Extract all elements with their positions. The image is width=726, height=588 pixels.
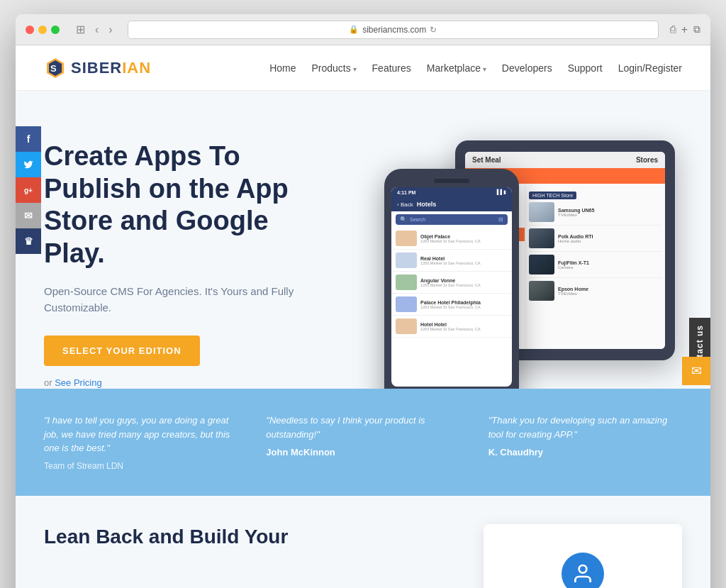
twitter-button[interactable] [16,152,41,177]
product-cat-4: TV&Video [558,292,661,296]
add-tab-icon[interactable]: + [681,23,688,36]
nav-login[interactable]: Login/Register [618,62,682,74]
bottom-content: Lean Back and Build Your [44,524,455,589]
product-img-tv [529,281,554,301]
bottom-icon [562,553,604,589]
product-img-speaker [529,228,554,248]
phone-status-bar: 4:11 PM ▐▐ ▮ [391,187,512,197]
filter-icon: ⊟ [498,216,503,223]
share-icon[interactable]: ⎙ [670,23,676,36]
nav-products-link[interactable]: Products [312,62,351,74]
product-name-2: Polk Audio RTI [558,234,661,239]
product-name-4: Epson Home [558,287,661,292]
testimonial-author-1: Team of Stream LDN [44,461,238,471]
nav-features[interactable]: Features [372,62,411,74]
phone-item-name-3: Angular Vonne [420,278,508,283]
tablet-product-1: Samsung UN65 TV&Video [529,202,661,226]
nav-developers[interactable]: Developers [502,62,552,74]
testimonial-1: "I have to tell you guys, you are doing … [44,414,238,471]
crown-button[interactable]: ♛ [16,228,41,254]
phone-back-button[interactable]: ‹ Back [397,201,413,208]
phone-item-addr-4: 1283 Market St San Francisco, CA [420,305,508,309]
select-edition-button[interactable]: SELECT YOUR EDITION [44,335,200,366]
product-cat-2: Home audio [558,239,661,243]
svg-text:S: S [50,63,57,74]
product-info-4: Epson Home TV&Video [558,287,661,296]
back-button[interactable]: ‹ [91,21,102,38]
phone-search-bar[interactable]: 🔍 Search ⊟ [396,214,508,225]
googleplus-button[interactable]: g+ [16,177,41,203]
phone-item-info-2: Real Hotel 1283 Market St San Francisco,… [420,256,508,265]
phone-battery: ▐▐ ▮ [495,189,506,195]
copy-icon[interactable]: ⧉ [693,23,700,36]
mail-button[interactable]: ✉ [682,357,710,385]
nav-marketplace-link[interactable]: Marketplace [427,62,481,74]
phone-screen: 4:11 PM ▐▐ ▮ ‹ Back Hotels 🔍 Search ⊟ [391,187,512,387]
phone-item-img-1 [396,231,417,246]
browser-window: ⊞ ‹ › 🔒 siberiancms.com ↻ ⎙ + ⧉ S [16,14,710,588]
tablet-title: Set Meal [472,156,501,164]
traffic-lights [26,26,60,34]
phone-item-img-3 [396,274,417,290]
nav-home-link[interactable]: Home [269,62,296,74]
tablet-stores: Stores [636,156,658,164]
nav-products[interactable]: Products [312,62,357,74]
maximize-button[interactable] [51,26,60,34]
phone-item-addr-3: 1283 Market St San Francisco, CA [420,283,508,287]
phone-notch [434,179,469,183]
phone-title: Hotels [417,201,437,208]
website: S SIBERIAN Home Products Features Market… [16,45,710,588]
tablet-header: Set Meal Stores [465,152,665,168]
phone-list-item-4[interactable]: Palace Hotel Philadelphia 1283 Market St… [391,294,512,316]
testimonial-3: "Thank you for developing such an amazin… [488,414,682,471]
browser-controls: ⊞ ‹ › [72,21,116,38]
nav-home[interactable]: Home [269,62,296,74]
product-info-2: Polk Audio RTI Home audio [558,234,661,243]
minimize-button[interactable] [38,26,47,34]
product-img-camera [529,255,554,274]
phone-item-name-2: Real Hotel [420,256,508,261]
testimonial-author-3: K. Chaudhry [488,447,682,457]
phone-list-item-2[interactable]: Real Hotel 1283 Market St San Francisco,… [391,250,512,272]
phone-list-item-5[interactable]: Hotel Hotel 1283 Market St San Francisco… [391,316,512,338]
nav-developers-link[interactable]: Developers [502,62,552,74]
phone-time: 4:11 PM [397,190,415,195]
testimonial-text-3: "Thank you for developing such an amazin… [488,414,682,441]
nav-links: Home Products Features Marketplace Devel… [269,62,682,74]
phone-item-info-1: Objet Palace 1283 Market St San Francisc… [420,234,508,243]
tablet-product-2: Polk Audio RTI Home audio [529,228,661,252]
nav-support[interactable]: Support [568,62,603,74]
phone-item-name-5: Hotel Hotel [420,322,508,327]
forward-button[interactable]: › [105,21,116,38]
logo-ian: IAN [122,59,151,77]
nav-support-link[interactable]: Support [568,62,603,74]
phone-item-info-5: Hotel Hotel 1283 Market St San Francisco… [420,322,508,331]
bottom-visual [484,524,682,589]
nav-marketplace[interactable]: Marketplace [427,62,486,74]
hero-devices: Set Meal Stores Commerce Catalo [377,126,682,389]
lock-icon: 🔒 [349,25,359,34]
phone-item-info-3: Angular Vonne 1283 Market St San Francis… [420,278,508,287]
address-bar[interactable]: 🔒 siberiancms.com ↻ [128,21,659,39]
nav-features-link[interactable]: Features [372,62,411,74]
email-button[interactable]: ✉ [16,203,41,228]
phone-item-img-2 [396,253,417,268]
facebook-button[interactable]: f [16,126,41,152]
see-pricing-link[interactable]: See Pricing [55,377,101,388]
phone-list-item-3[interactable]: Angular Vonne 1283 Market St San Francis… [391,272,512,294]
bottom-title: Lean Back and Build Your [44,524,455,550]
store-label: HIGH TECH Store [529,192,576,199]
logo[interactable]: S SIBERIAN [44,57,151,79]
reload-icon[interactable]: ↻ [430,25,437,35]
see-pricing-text: or See Pricing [44,377,313,388]
or-text: or [44,377,52,388]
close-button[interactable] [26,26,34,34]
product-info-3: FujiFilm X-T1 Camera [558,260,661,270]
phone-item-addr-1: 1283 Market St San Francisco, CA [420,239,508,243]
logo-icon: S [44,57,67,79]
testimonial-author-2: John McKinnon [266,447,459,457]
browser-titlebar: ⊞ ‹ › 🔒 siberiancms.com ↻ ⎙ + ⧉ [16,14,710,45]
nav-login-link[interactable]: Login/Register [618,62,682,74]
sidebar-toggle-button[interactable]: ⊞ [72,21,89,38]
phone-list-item-1[interactable]: Objet Palace 1283 Market St San Francisc… [391,228,512,250]
